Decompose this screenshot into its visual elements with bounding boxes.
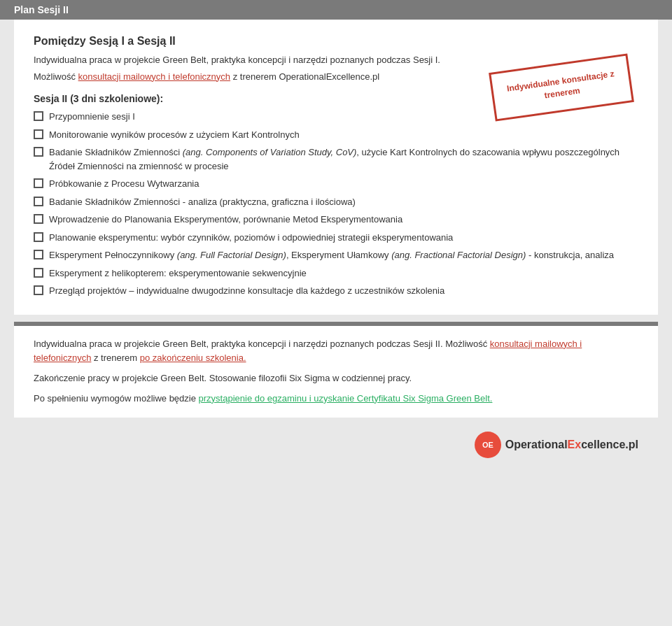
page: Plan Sesji II Pomiędzy Sesją I a Sesją I…: [0, 0, 672, 626]
stamp-area: Możliwość konsultacji mailowych i telefo…: [34, 70, 638, 84]
bottom-section: Indywidualna praca w projekcie Green Bel…: [14, 326, 658, 418]
konsultacje-link[interactable]: konsultacji mailowych i telefonicznych: [78, 71, 230, 82]
list-item: Eksperyment z helikopterem: eksperymento…: [34, 266, 638, 280]
checkbox-icon: [34, 214, 43, 224]
item-text: Monitorowanie wyników procesów z użyciem…: [49, 128, 638, 142]
session-checklist: Przypomnienie sesji I Monitorowanie wyni…: [34, 110, 638, 298]
intro-line2-pre: Możliwość: [34, 71, 78, 82]
between-sessions-title: Pomiędzy Sesją I a Sesją II: [34, 35, 638, 48]
bottom-para2: Zakończenie pracy w projekcie Green Belt…: [34, 371, 638, 386]
list-item: Badanie Składników Zmienności (ang. Comp…: [34, 145, 638, 173]
logo-circle-icon: OE: [475, 432, 501, 458]
header-bar: Plan Sesji II: [0, 0, 672, 20]
logo-text: OperationalExcellence.pl: [505, 439, 638, 451]
logo-highlight: Ex: [568, 439, 582, 450]
item-text: Wprowadzenie do Planowania Eksperymentów…: [49, 213, 638, 227]
list-item: Wprowadzenie do Planowania Eksperymentów…: [34, 213, 638, 227]
checkbox-icon: [34, 268, 43, 278]
checkbox-icon: [34, 285, 43, 295]
checkbox-icon: [34, 197, 43, 206]
footer-logo: OE OperationalExcellence.pl: [14, 425, 658, 465]
bottom-para1: Indywidualna praca w projekcie Green Bel…: [34, 337, 638, 367]
item-text: Przegląd projektów – indywidualne dwugod…: [49, 284, 638, 298]
list-item: Badanie Składników Zmienności - analiza …: [34, 195, 638, 209]
header-title: Plan Sesji II: [14, 4, 69, 15]
checkbox-icon: [34, 147, 43, 157]
item-text: Badanie Składników Zmienności - analiza …: [49, 195, 638, 209]
item-text: Badanie Składników Zmienności (ang. Comp…: [49, 145, 638, 173]
list-item: Monitorowanie wyników procesów z użyciem…: [34, 128, 638, 142]
checkbox-icon: [34, 232, 43, 242]
main-content: Pomiędzy Sesją I a Sesją II Indywidualna…: [14, 20, 658, 315]
list-item: Planowanie eksperymentu: wybór czynników…: [34, 231, 638, 245]
bottom-underline: po zakończeniu szkolenia.: [140, 353, 246, 363]
item-text: Próbkowanie z Procesu Wytwarzania: [49, 177, 638, 191]
item-text: Eksperyment z helikopterem: eksperymento…: [49, 266, 638, 280]
logo-svg-icon: OE: [480, 437, 496, 453]
item-text: Planowanie eksperymentu: wybór czynników…: [49, 231, 638, 245]
checkbox-icon: [34, 129, 43, 139]
list-item: Próbkowanie z Procesu Wytwarzania: [34, 177, 638, 191]
exam-link[interactable]: przystąpienie do egzaminu i uzyskanie Ce…: [199, 393, 493, 404]
item-text: Eksperyment Pełnoczynnikowy (ang. Full F…: [49, 248, 638, 262]
list-item: Eksperyment Pełnoczynnikowy (ang. Full F…: [34, 248, 638, 262]
bottom-para1-mid: z trenerem: [91, 353, 139, 363]
list-item: Przegląd projektów – indywidualne dwugod…: [34, 284, 638, 298]
checkbox-icon: [34, 178, 43, 188]
bottom-para1-pre: Indywidualna praca w projekcie Green Bel…: [34, 339, 490, 349]
checkbox-icon: [34, 111, 43, 121]
exam-para: Po spełnieniu wymogów możliwe będzie prz…: [34, 392, 638, 406]
svg-text:OE: OE: [482, 441, 493, 449]
stamp-text: Indywidualne konsultacje z trenerem: [498, 66, 625, 107]
checkbox-icon: [34, 250, 43, 259]
intro-line2-post: z trenerem OperationalExcellence.pl: [230, 71, 379, 82]
exam-pre: Po spełnieniu wymogów możliwe będzie: [34, 393, 199, 404]
